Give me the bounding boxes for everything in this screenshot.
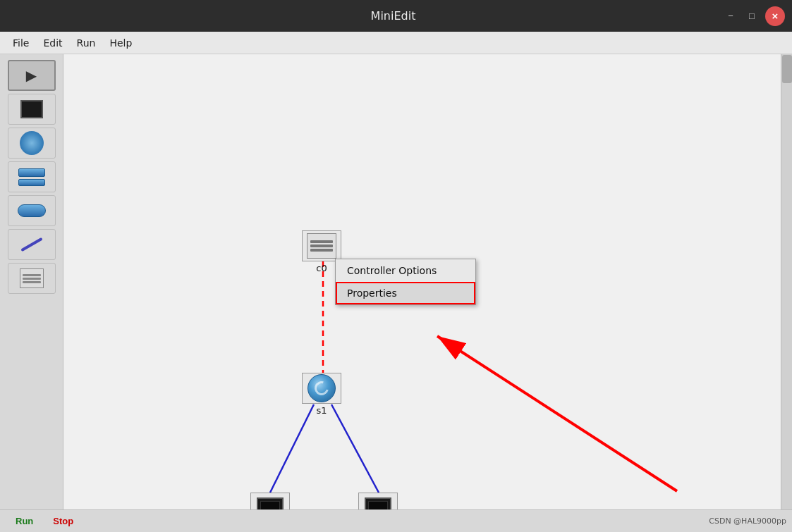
svg-line-1	[270, 404, 314, 493]
run-button[interactable]: Run	[6, 514, 43, 528]
tool-link[interactable]	[8, 229, 56, 260]
svg-line-2	[331, 404, 379, 493]
title-bar: MiniEdit − □ ×	[0, 0, 792, 32]
cursor-icon: ▶	[26, 67, 37, 84]
context-menu-item-controller-options[interactable]: Controller Options	[336, 259, 475, 282]
context-menu: Controller Options Properties	[335, 259, 476, 305]
menu-run[interactable]: Run	[70, 35, 103, 51]
bottom-bar: Run Stop CSDN @HAL9000pp	[0, 509, 792, 532]
node-h2[interactable]: h2	[358, 493, 398, 509]
menu-edit[interactable]: Edit	[36, 35, 69, 51]
menu-bar: File Edit Run Help	[0, 32, 792, 54]
tool-controller[interactable]	[8, 263, 56, 294]
controller-node-icon	[302, 230, 341, 261]
minimize-button[interactable]: −	[723, 8, 738, 24]
node-s1-label: s1	[316, 405, 327, 416]
svg-line-4	[437, 336, 677, 491]
tool-netswitch[interactable]	[8, 161, 56, 192]
tool-router[interactable]	[8, 195, 56, 226]
controller-icon	[20, 268, 44, 288]
vertical-scrollbar[interactable]	[781, 54, 792, 509]
tool-host[interactable]	[8, 94, 56, 125]
scrollbar-thumb[interactable]	[782, 55, 792, 83]
close-button[interactable]: ×	[765, 6, 785, 26]
switch-icon	[20, 131, 44, 155]
router-icon	[18, 204, 46, 217]
link-icon	[20, 237, 42, 252]
node-s1[interactable]: s1	[302, 373, 341, 416]
host-h2-icon	[358, 493, 398, 509]
stop-button[interactable]: Stop	[43, 514, 83, 528]
tool-switch[interactable]	[8, 128, 56, 159]
host-icon	[20, 100, 43, 118]
sidebar-toolbar: ▶	[0, 54, 63, 509]
node-c0-label: c0	[316, 263, 327, 273]
node-h1[interactable]: h1	[250, 493, 290, 509]
netswitch-icon	[18, 168, 45, 177]
switch-node-icon	[302, 373, 341, 404]
host-h1-icon	[250, 493, 290, 509]
canvas[interactable]: c0 s1 h1	[63, 54, 781, 509]
bottom-controls: Run Stop	[6, 514, 83, 528]
window-controls: − □ ×	[723, 6, 785, 26]
tool-cursor[interactable]: ▶	[8, 60, 56, 91]
status-text: CSDN @HAL9000pp	[709, 516, 786, 526]
menu-file[interactable]: File	[6, 35, 36, 51]
menu-help[interactable]: Help	[102, 35, 139, 51]
window-title: MiniEdit	[63, 9, 723, 23]
main-area: ▶	[0, 54, 792, 509]
maximize-button[interactable]: □	[744, 8, 760, 24]
context-menu-item-properties[interactable]: Properties	[336, 282, 475, 304]
